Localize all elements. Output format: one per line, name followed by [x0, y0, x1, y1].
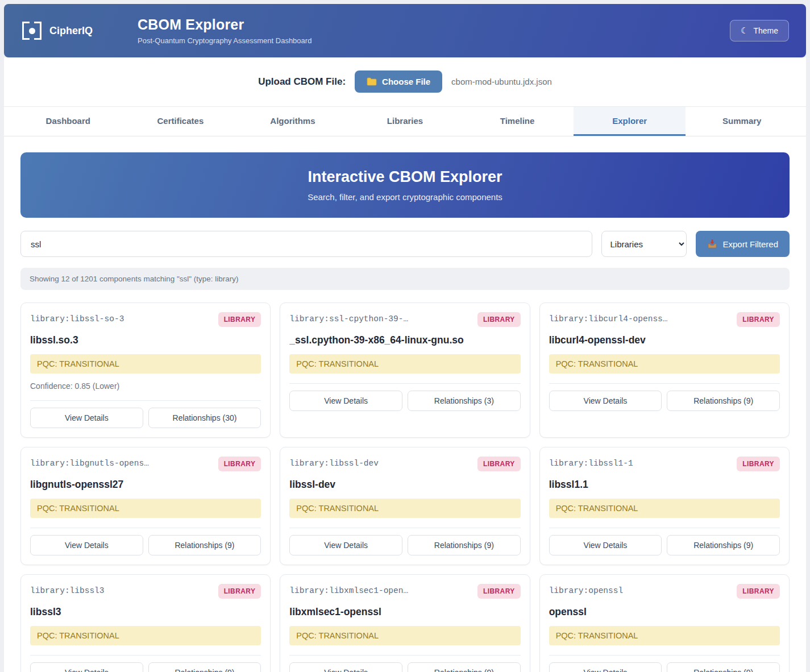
- relationships-button[interactable]: Relationships (9): [148, 662, 261, 672]
- card-divider: [30, 400, 261, 401]
- app-header: CipherIQ CBOM Explorer Post-Quantum Cryp…: [4, 4, 806, 57]
- pqc-status-banner: PQC: TRANSITIONAL: [549, 354, 780, 374]
- library-type-badge: LIBRARY: [218, 312, 261, 327]
- component-name: libxmlsec1-openssl: [289, 606, 520, 618]
- search-input[interactable]: [20, 231, 592, 257]
- upload-section: Upload CBOM File: Choose File cbom-mod-u…: [4, 57, 806, 107]
- theme-toggle-button[interactable]: ☾ Theme: [730, 20, 789, 42]
- pqc-status-banner: PQC: TRANSITIONAL: [289, 626, 520, 645]
- view-details-button[interactable]: View Details: [30, 535, 143, 555]
- uploaded-filename: cbom-mod-ubuntu.jdx.json: [451, 77, 552, 86]
- type-filter-select[interactable]: Libraries: [601, 231, 687, 257]
- pqc-status-banner: PQC: TRANSITIONAL: [549, 626, 780, 645]
- tab-explorer[interactable]: Explorer: [574, 107, 686, 136]
- library-type-badge: LIBRARY: [737, 457, 780, 471]
- pqc-status-banner: PQC: TRANSITIONAL: [30, 499, 261, 518]
- component-cards-grid: library:libssl-so-3 LIBRARY libssl.so.3 …: [20, 302, 790, 672]
- component-id: library:libssl-so-3: [30, 312, 124, 323]
- pqc-status-banner: PQC: TRANSITIONAL: [30, 626, 261, 645]
- relationships-button[interactable]: Relationships (9): [148, 535, 261, 555]
- view-details-button[interactable]: View Details: [549, 391, 662, 411]
- page: CipherIQ CBOM Explorer Post-Quantum Cryp…: [4, 4, 806, 672]
- component-name: libssl3: [30, 606, 261, 618]
- relationships-button[interactable]: Relationships (9): [667, 535, 780, 555]
- component-id: library:libssl-dev: [289, 457, 379, 468]
- page-subtitle: Post-Quantum Cryptography Assessment Das…: [138, 36, 311, 45]
- component-card: library:libcurl4-openss… LIBRARY libcurl…: [539, 302, 790, 438]
- component-name: libssl.so.3: [30, 334, 261, 346]
- banner-subtitle: Search, filter, and export cryptographic…: [308, 192, 502, 202]
- component-name: libgnutls-openssl27: [30, 479, 261, 491]
- tab-summary[interactable]: Summary: [686, 107, 798, 136]
- export-filtered-button[interactable]: Export Filtered: [696, 231, 790, 257]
- component-id: library:libssl1-1: [549, 457, 633, 468]
- logo-text: CipherIQ: [49, 25, 93, 37]
- view-details-button[interactable]: View Details: [289, 535, 402, 555]
- component-card: library:libssl1-1 LIBRARY libssl1.1 PQC:…: [539, 447, 790, 565]
- component-id: library:libssl3: [30, 584, 105, 595]
- moon-icon: ☾: [741, 26, 748, 36]
- folder-icon: [367, 77, 377, 86]
- card-divider: [549, 655, 780, 656]
- view-details-button[interactable]: View Details: [30, 408, 143, 428]
- pqc-status-banner: PQC: TRANSITIONAL: [30, 354, 261, 374]
- card-divider: [549, 528, 780, 528]
- card-divider: [30, 655, 261, 656]
- export-filtered-label: Export Filtered: [722, 239, 778, 249]
- relationships-button[interactable]: Relationships (9): [408, 535, 521, 555]
- pqc-status-banner: PQC: TRANSITIONAL: [549, 499, 780, 518]
- search-row: Libraries Export Filtered: [20, 231, 790, 257]
- explorer-content: Interactive CBOM Explorer Search, filter…: [4, 136, 806, 672]
- tab-certificates[interactable]: Certificates: [124, 107, 237, 136]
- component-id: library:libcurl4-openss…: [549, 312, 668, 323]
- export-tray-icon: [707, 239, 717, 249]
- main-surface: Upload CBOM File: Choose File cbom-mod-u…: [4, 57, 806, 672]
- library-type-badge: LIBRARY: [218, 584, 261, 599]
- component-name: libcurl4-openssl-dev: [549, 334, 780, 346]
- component-card: library:ssl-cpython-39-… LIBRARY _ssl.cp…: [280, 302, 530, 438]
- component-id: library:libxmlsec1-open…: [289, 584, 408, 595]
- library-type-badge: LIBRARY: [477, 584, 521, 599]
- relationships-button[interactable]: Relationships (9): [667, 391, 780, 411]
- component-card: library:libgnutls-opens… LIBRARY libgnut…: [20, 447, 271, 565]
- component-id: library:ssl-cpython-39-…: [289, 312, 408, 323]
- library-type-badge: LIBRARY: [737, 584, 780, 599]
- library-type-badge: LIBRARY: [477, 457, 521, 471]
- card-divider: [289, 528, 520, 528]
- component-card: library:openssl LIBRARY openssl PQC: TRA…: [539, 574, 790, 672]
- card-divider: [289, 655, 520, 656]
- results-status-bar: Showing 12 of 1201 components matching "…: [20, 268, 790, 290]
- card-divider: [549, 383, 780, 384]
- component-name: libssl1.1: [549, 479, 780, 491]
- view-details-button[interactable]: View Details: [30, 662, 143, 672]
- tab-libraries[interactable]: Libraries: [349, 107, 462, 136]
- choose-file-button[interactable]: Choose File: [355, 70, 442, 93]
- view-details-button[interactable]: View Details: [549, 662, 662, 672]
- tab-dashboard[interactable]: Dashboard: [12, 107, 124, 136]
- view-details-button[interactable]: View Details: [289, 391, 402, 411]
- relationships-button[interactable]: Relationships (3): [408, 391, 521, 411]
- tab-algorithms[interactable]: Algorithms: [236, 107, 349, 136]
- card-divider: [289, 383, 520, 384]
- tab-timeline[interactable]: Timeline: [461, 107, 574, 136]
- logo: CipherIQ: [21, 19, 121, 42]
- component-name: openssl: [549, 606, 780, 618]
- banner-title: Interactive CBOM Explorer: [308, 168, 502, 186]
- component-id: library:libgnutls-opens…: [30, 457, 149, 468]
- page-title: CBOM Explorer: [138, 16, 311, 33]
- relationships-button[interactable]: Relationships (9): [667, 662, 780, 672]
- view-details-button[interactable]: View Details: [549, 535, 662, 555]
- library-type-badge: LIBRARY: [218, 457, 261, 471]
- component-card: library:libssl-so-3 LIBRARY libssl.so.3 …: [20, 302, 271, 438]
- component-card: library:libssl3 LIBRARY libssl3 PQC: TRA…: [20, 574, 271, 672]
- view-details-button[interactable]: View Details: [289, 662, 402, 672]
- component-card: library:libssl-dev LIBRARY libssl-dev PQ…: [280, 447, 530, 565]
- theme-label: Theme: [753, 26, 778, 35]
- tab-bar: Dashboard Certificates Algorithms Librar…: [4, 107, 806, 136]
- card-divider: [30, 528, 261, 528]
- choose-file-label: Choose File: [382, 77, 430, 86]
- component-name: libssl-dev: [289, 479, 520, 491]
- relationships-button[interactable]: Relationships (9): [408, 662, 521, 672]
- pqc-status-banner: PQC: TRANSITIONAL: [289, 499, 520, 518]
- relationships-button[interactable]: Relationships (30): [148, 408, 261, 428]
